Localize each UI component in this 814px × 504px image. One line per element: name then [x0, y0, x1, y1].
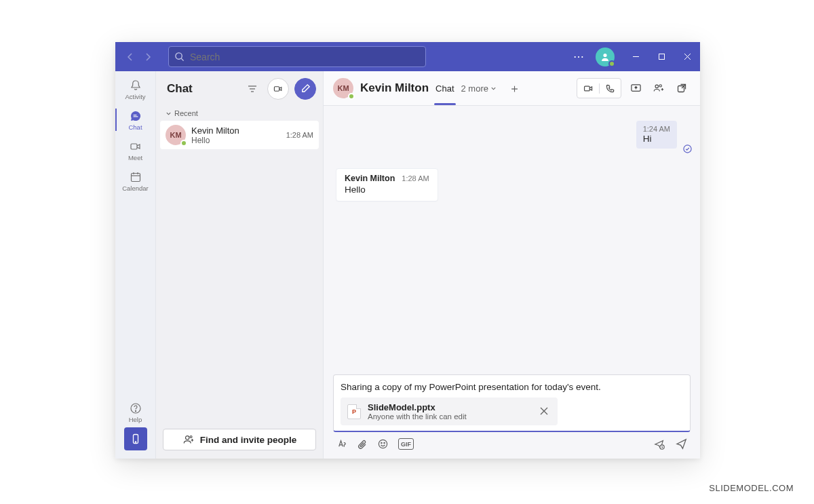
- rail-label: Help: [129, 416, 142, 423]
- compose-box[interactable]: Sharing a copy of my PowerPoint presenta…: [333, 374, 691, 432]
- more-tabs-dropdown[interactable]: 2 more: [461, 83, 497, 94]
- schedule-send-button[interactable]: [653, 438, 665, 450]
- conversation-avatar: KM: [333, 78, 353, 98]
- presence-indicator: [180, 140, 187, 147]
- message-sender: Kevin Milton: [345, 174, 395, 183]
- mobile-icon: [130, 433, 141, 444]
- window-maximize-button[interactable]: [650, 42, 673, 71]
- app-rail: Activity Chat Meet Calendar Help: [115, 71, 156, 459]
- paperclip-icon: [357, 439, 368, 450]
- chat-list-item[interactable]: KM Kevin Milton Hello 1:28 AM: [160, 121, 319, 149]
- recent-section-header[interactable]: Recent: [156, 106, 323, 121]
- chat-list-panel: Chat Recent KM: [156, 71, 324, 459]
- chevron-down-icon: [166, 111, 172, 117]
- add-people-button[interactable]: [650, 79, 667, 97]
- read-receipt-icon: [683, 144, 692, 156]
- attachment-filename: SlideModel.pptx: [368, 402, 530, 412]
- compose-input[interactable]: Sharing a copy of my PowerPoint presenta…: [341, 382, 683, 392]
- rail-label: Activity: [125, 93, 145, 100]
- window-minimize-button[interactable]: [624, 42, 647, 71]
- video-icon: [129, 140, 142, 153]
- chat-item-preview: Hello: [191, 136, 281, 145]
- filter-button[interactable]: [243, 83, 262, 94]
- chat-icon: [129, 109, 142, 123]
- chat-list-title: Chat: [167, 82, 237, 96]
- video-icon: [583, 83, 594, 94]
- rail-label: Calendar: [122, 185, 149, 192]
- avatar-initials: KM: [337, 84, 349, 92]
- rail-meet[interactable]: Meet: [115, 135, 155, 166]
- meet-now-button[interactable]: [267, 78, 289, 100]
- new-chat-button[interactable]: [294, 78, 316, 100]
- outgoing-message[interactable]: 1:24 AM Hi: [636, 121, 677, 149]
- rail-help[interactable]: Help: [115, 397, 155, 427]
- search-icon: [174, 52, 185, 62]
- incoming-message[interactable]: Kevin Milton 1:28 AM Hello: [336, 168, 438, 201]
- compose-area: Sharing a copy of my PowerPoint presenta…: [324, 374, 700, 459]
- audio-call-button[interactable]: [599, 83, 621, 94]
- invite-label: Find and invite people: [200, 435, 297, 445]
- attach-button[interactable]: [357, 438, 368, 450]
- emoji-button[interactable]: [377, 438, 389, 450]
- invite-people-icon: [182, 433, 195, 446]
- powerpoint-file-icon: P: [347, 404, 361, 419]
- more-tabs-label: 2 more: [461, 83, 488, 94]
- rail-label: Chat: [128, 123, 142, 131]
- search-input[interactable]: [190, 52, 420, 62]
- svg-point-20: [185, 436, 189, 440]
- profile-avatar[interactable]: [596, 47, 615, 66]
- video-call-button[interactable]: [577, 83, 599, 94]
- rail-activity[interactable]: Activity: [115, 74, 155, 104]
- title-bar: ⋯: [115, 42, 700, 71]
- message-area[interactable]: 1:24 AM Hi Kevin Milton 1:28 AM Hello: [324, 106, 700, 374]
- svg-rect-24: [584, 86, 589, 91]
- remove-attachment-button[interactable]: [537, 403, 551, 421]
- recent-label: Recent: [174, 109, 198, 117]
- add-tab-button[interactable]: ＋: [507, 81, 521, 96]
- call-controls: [577, 78, 621, 98]
- format-button[interactable]: [336, 438, 347, 450]
- rail-mobile-button[interactable]: [124, 427, 147, 450]
- compose-toolbar: GIF: [333, 432, 691, 452]
- rail-chat[interactable]: Chat: [115, 104, 155, 135]
- app-body: Activity Chat Meet Calendar Help: [115, 71, 700, 459]
- svg-point-21: [190, 436, 192, 438]
- watermark: SLIDEMODEL.COM: [709, 483, 794, 493]
- svg-point-27: [659, 85, 661, 87]
- people-add-icon: [653, 82, 665, 94]
- share-screen-button[interactable]: [627, 79, 644, 97]
- send-button[interactable]: [675, 438, 688, 450]
- svg-point-33: [381, 442, 382, 443]
- schedule-send-icon: [653, 438, 665, 450]
- svg-point-32: [379, 440, 387, 448]
- svg-point-15: [135, 442, 136, 442]
- svg-rect-7: [131, 144, 137, 149]
- more-options-button[interactable]: ⋯: [568, 50, 589, 63]
- svg-rect-6: [133, 116, 138, 117]
- presence-indicator: [348, 93, 355, 100]
- nav-back-button[interactable]: [122, 49, 138, 65]
- close-icon: [540, 407, 548, 415]
- popout-button[interactable]: [673, 79, 691, 97]
- help-icon: [129, 402, 142, 415]
- svg-rect-8: [131, 173, 140, 181]
- rail-calendar[interactable]: Calendar: [115, 166, 155, 196]
- svg-rect-4: [659, 54, 664, 60]
- popout-icon: [676, 83, 687, 94]
- message-time: 1:28 AM: [402, 174, 429, 182]
- attachment-card[interactable]: P SlideModel.pptx Anyone with the link c…: [341, 398, 558, 425]
- bell-icon: [129, 79, 142, 92]
- chat-item-time: 1:28 AM: [286, 131, 313, 139]
- tab-chat[interactable]: Chat: [435, 83, 454, 94]
- nav-forward-button[interactable]: [140, 49, 156, 65]
- svg-point-2: [603, 53, 606, 56]
- message-text: Hello: [345, 183, 429, 195]
- gif-button[interactable]: GIF: [398, 438, 414, 450]
- message-text: Hi: [643, 133, 670, 144]
- chat-list-header: Chat: [156, 71, 323, 106]
- window-close-button[interactable]: [676, 42, 699, 71]
- attachment-permission: Anyone with the link can edit: [368, 412, 530, 421]
- search-box[interactable]: [168, 46, 426, 67]
- conversation-panel: KM Kevin Milton Chat 2 more ＋: [324, 71, 700, 459]
- find-invite-button[interactable]: Find and invite people: [163, 429, 316, 450]
